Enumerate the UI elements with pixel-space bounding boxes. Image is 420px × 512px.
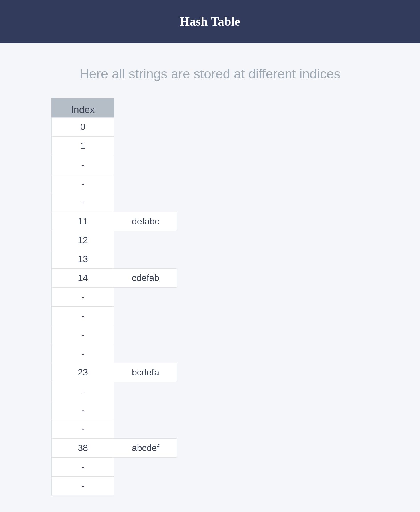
table-row: - bbox=[51, 307, 369, 325]
table-row: 0 bbox=[51, 118, 369, 137]
index-cell: 0 bbox=[51, 117, 114, 137]
index-cell: 12 bbox=[51, 231, 114, 250]
index-cell: - bbox=[51, 344, 114, 363]
value-cell: defabc bbox=[114, 212, 177, 231]
index-cell: 13 bbox=[51, 250, 114, 269]
table-row: 13 bbox=[51, 250, 369, 269]
table-row: - bbox=[51, 458, 369, 477]
page-title: Hash Table bbox=[0, 14, 420, 29]
table-row: - bbox=[51, 325, 369, 344]
table-row: 11defabc bbox=[51, 212, 369, 231]
table-row: 38abcdef bbox=[51, 439, 369, 458]
hash-table: Index 01---11defabc121314cdefab----23bcd… bbox=[51, 99, 369, 495]
table-row: - bbox=[51, 174, 369, 193]
index-cell: - bbox=[51, 325, 114, 344]
index-cell: - bbox=[51, 174, 114, 193]
table-row: - bbox=[51, 155, 369, 174]
table-row: 23bcdefa bbox=[51, 363, 369, 382]
table-row: 1 bbox=[51, 137, 369, 155]
table-row: - bbox=[51, 193, 369, 212]
value-cell: cdefab bbox=[114, 268, 177, 288]
value-cell: bcdefa bbox=[114, 363, 177, 382]
value-cell: abcdef bbox=[114, 438, 177, 458]
index-cell: - bbox=[51, 401, 114, 420]
index-cell: 1 bbox=[51, 136, 114, 155]
table-row: - bbox=[51, 401, 369, 420]
index-cell: - bbox=[51, 155, 114, 174]
index-cell: - bbox=[51, 420, 114, 439]
index-cell: - bbox=[51, 476, 114, 495]
index-cell: 11 bbox=[51, 212, 114, 231]
index-cell: - bbox=[51, 382, 114, 401]
index-cell: 23 bbox=[51, 363, 114, 382]
page-header: Hash Table bbox=[0, 0, 420, 43]
table-row: - bbox=[51, 477, 369, 495]
index-cell: 38 bbox=[51, 438, 114, 458]
index-cell: - bbox=[51, 306, 114, 325]
index-cell: - bbox=[51, 457, 114, 477]
index-cell: 14 bbox=[51, 268, 114, 288]
subtitle: Here all strings are stored at different… bbox=[51, 66, 369, 82]
table-row: - bbox=[51, 344, 369, 363]
index-cell: - bbox=[51, 193, 114, 212]
content-area: Here all strings are stored at different… bbox=[0, 43, 420, 512]
table-row: - bbox=[51, 382, 369, 401]
table-row: 12 bbox=[51, 231, 369, 250]
table-header-row: Index bbox=[51, 99, 369, 118]
table-row: - bbox=[51, 288, 369, 307]
table-row: - bbox=[51, 420, 369, 439]
index-cell: - bbox=[51, 287, 114, 307]
table-row: 14cdefab bbox=[51, 269, 369, 288]
